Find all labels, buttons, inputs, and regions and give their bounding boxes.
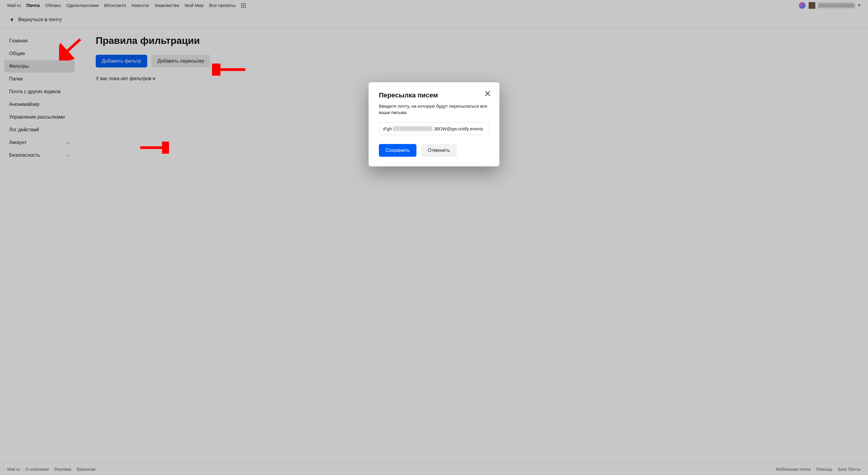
input-blurred-middle	[393, 126, 433, 131]
close-icon[interactable]	[484, 90, 491, 97]
modal-title: Пересылка писем	[379, 91, 489, 99]
forward-email-input[interactable]: ıFgh JBDW@gw.notify.events	[379, 122, 489, 135]
save-button[interactable]: Сохранить	[379, 144, 416, 157]
modal-backdrop[interactable]	[0, 0, 868, 475]
input-suffix: JBDW@gw.notify.events	[434, 126, 483, 131]
modal-description: Введите почту, на которую будут пересыла…	[379, 103, 489, 115]
cancel-button[interactable]: Отменить	[421, 144, 457, 157]
forwarding-modal: Пересылка писем Введите почту, на котору…	[369, 82, 499, 166]
input-prefix: ıFgh	[383, 126, 392, 131]
